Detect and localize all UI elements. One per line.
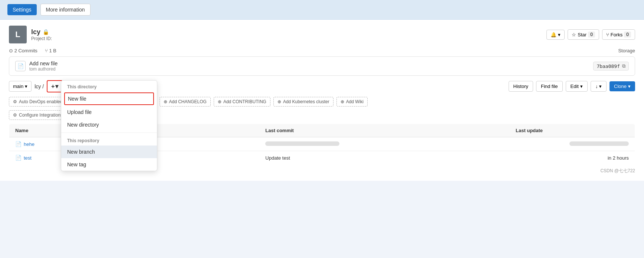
last-commit-cell [259, 137, 510, 151]
col-last-commit-header: Last commit [259, 124, 510, 137]
commits-info: ⊙ 2 Commits [9, 48, 37, 53]
commit-bar-left: 📄 Add new file tom authored [15, 61, 58, 72]
upload-file-item[interactable]: Upload file [61, 106, 157, 118]
notifications-button[interactable]: 🔔 ▾ [546, 30, 565, 40]
commit-skeleton [265, 141, 339, 146]
commit-hash: 7baa089f ⧉ [593, 62, 629, 71]
chevron-down-icon: ▾ [599, 84, 602, 89]
branch-label: main [13, 84, 23, 89]
file-icon: 📄 [15, 155, 22, 161]
plus-icon: + [51, 83, 55, 90]
add-changelog-button[interactable]: ⊕ Add CHANGELOG [160, 97, 211, 107]
fork-icon: ⑂ [606, 32, 609, 37]
project-name: lcy 🔒 [31, 28, 52, 36]
dropdown-divider [61, 133, 157, 133]
this-repository-label: This repository [61, 134, 157, 146]
dropdown-menu: This directory New file Upload file New … [61, 80, 157, 171]
breadcrumb-path: lcy / [34, 84, 44, 89]
commit-message: Add new file [29, 61, 58, 66]
find-file-button[interactable]: Find file [536, 81, 563, 92]
this-directory-label: This directory [61, 81, 157, 92]
update-skeleton [569, 141, 629, 146]
settings-button[interactable]: Settings [7, 4, 37, 15]
commit-icon: 📄 [15, 61, 26, 71]
star-label: Star [578, 32, 586, 37]
chevron-down-icon: ▾ [55, 83, 58, 90]
edit-button[interactable]: Edit ▾ [566, 81, 588, 92]
last-commit-cell: Update test [259, 151, 510, 165]
toolbar-right: History Find file Edit ▾ ↓ ▾ Clone ▾ [509, 81, 635, 92]
new-branch-item[interactable]: New branch [61, 146, 157, 158]
plus-icon: ⊕ [218, 99, 221, 104]
project-id: Project ID: [31, 36, 52, 41]
branches-info: ⑂ 1 B [45, 48, 56, 53]
project-info: lcy 🔒 Project ID: [31, 28, 52, 41]
gear-icon: ⚙ [13, 99, 17, 104]
gear-icon: ⚙ [13, 112, 17, 118]
new-tag-item[interactable]: New tag [61, 158, 157, 171]
commit-bar: 📄 Add new file tom authored 7baa089f ⧉ [9, 56, 635, 76]
copy-icon[interactable]: ⧉ [622, 63, 625, 69]
new-file-item[interactable]: New file [64, 92, 154, 105]
avatar: L [9, 26, 27, 43]
forks-label: Forks [611, 32, 623, 37]
new-directory-item[interactable]: New directory [61, 118, 157, 131]
repo-meta: ⊙ 2 Commits ⑂ 1 B Storage [9, 48, 635, 53]
more-info-button[interactable]: More information [40, 4, 91, 16]
plus-icon: ⊕ [341, 99, 344, 104]
add-kubernetes-button[interactable]: ⊕ Add Kubernetes cluster [273, 97, 334, 107]
configure-integrations-button[interactable]: ⚙ Configure Integrations [9, 110, 67, 120]
auto-devops-button[interactable]: ⚙ Auto DevOps enabled [9, 97, 66, 107]
add-button[interactable]: + ▾ [47, 80, 63, 92]
branch-selector[interactable]: main ▾ [9, 81, 32, 92]
project-actions: 🔔 ▾ ☆ Star 0 ⑂ Forks 0 [546, 29, 635, 40]
bell-icon: 🔔 [551, 32, 556, 37]
lock-icon: 🔒 [43, 29, 49, 35]
star-icon: ☆ [572, 32, 576, 37]
history-button[interactable]: History [509, 81, 533, 92]
plus-icon: ⊕ [164, 99, 167, 104]
project-header: L lcy 🔒 Project ID: 🔔 ▾ ☆ Star 0 ⑂ Fo [9, 26, 635, 43]
toolbar: main ▾ lcy / + ▾ History Find file Edit … [9, 80, 635, 92]
file-icon: 📄 [15, 141, 22, 147]
file-icon: 📄 [17, 63, 24, 69]
forks-count: 0 [624, 32, 631, 37]
top-banner: Settings More information [0, 0, 644, 20]
star-count: 0 [588, 32, 595, 37]
commit-details: Add new file tom authored [29, 61, 58, 72]
chevron-down-icon: ▾ [628, 84, 631, 89]
last-update-cell: in 2 hours [510, 151, 635, 165]
chevron-down-icon: ▾ [25, 84, 27, 89]
commit-author: tom authored [29, 66, 58, 72]
project-left: L lcy 🔒 Project ID: [9, 26, 52, 43]
add-wiki-button[interactable]: ⊕ Add Wiki [336, 97, 368, 107]
chevron-down-icon: ▾ [580, 84, 583, 89]
plus-icon: ⊕ [277, 99, 281, 104]
forks-button[interactable]: ⑂ Forks 0 [602, 29, 635, 40]
col-last-update-header: Last update [510, 124, 635, 137]
storage-info: Storage [618, 48, 635, 53]
chevron-down-icon: ▾ [558, 32, 561, 37]
add-contributing-button[interactable]: ⊕ Add CONTRIBUTING [214, 97, 270, 107]
last-update-cell [510, 137, 635, 151]
hash-value: 7baa089f [597, 63, 620, 69]
clone-button[interactable]: Clone ▾ [610, 81, 635, 91]
star-button[interactable]: ☆ Star 0 [568, 29, 599, 40]
download-button[interactable]: ↓ ▾ [591, 81, 607, 92]
main-content: L lcy 🔒 Project ID: 🔔 ▾ ☆ Star 0 ⑂ Fo [0, 20, 644, 181]
